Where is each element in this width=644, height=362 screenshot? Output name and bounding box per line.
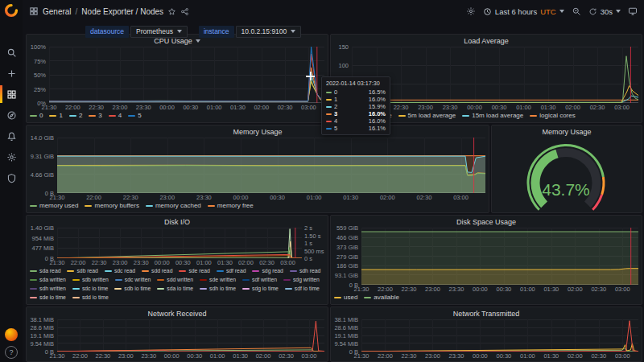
dashboard-settings-button[interactable] (466, 6, 476, 16)
legend-item[interactable]: sdd io time (72, 294, 109, 302)
cycle-view-button[interactable] (628, 6, 638, 16)
legend-item[interactable]: 0 (30, 112, 43, 120)
legend-item[interactable]: 4 (109, 112, 122, 120)
datasource-select[interactable]: Prometheus (130, 26, 188, 38)
legend-item[interactable]: sdg written (283, 276, 320, 284)
legend-item[interactable]: sdd read (142, 267, 172, 275)
y-tick-label: 1.40 GiB (31, 224, 54, 232)
legend-item[interactable]: sdc read (105, 267, 135, 275)
panel-header[interactable]: Network Received (27, 307, 328, 319)
panel-header[interactable]: Disk Space Usage (331, 216, 642, 228)
legend-item[interactable]: sdh io time (200, 285, 236, 293)
legend-series-color (30, 270, 37, 272)
panel-title[interactable]: Network Transmitted (453, 310, 520, 318)
legend-item[interactable]: memory cached (146, 202, 201, 210)
legend-item[interactable]: available (364, 294, 399, 302)
legend-item[interactable]: sdf written (242, 276, 277, 284)
legend-item[interactable]: sdf io time (285, 285, 320, 293)
panel-title[interactable]: Load Average (464, 37, 508, 45)
plot-area[interactable] (361, 228, 638, 285)
share-icon[interactable] (180, 7, 189, 16)
legend-item[interactable]: sda written (30, 276, 66, 284)
plot-area[interactable] (361, 319, 638, 352)
x-axis-labels: 21:3022:0022:3023:0023:3000:0000:3001:00… (57, 352, 324, 360)
panel-header[interactable]: Disk I/O (27, 216, 328, 228)
sidebar-item-explore[interactable] (0, 105, 23, 125)
instance-select[interactable]: 10.0.2.15:9100 (236, 26, 302, 38)
sidebar-item-configuration[interactable] (0, 146, 23, 167)
legend-item[interactable]: sda read (30, 267, 60, 275)
legend-item[interactable]: memory buffers (85, 202, 138, 210)
breadcrumb-folder[interactable]: General (43, 7, 72, 16)
legend-item[interactable]: sdb written (72, 276, 109, 284)
memory-usage-chart: 14.0 GiB9.31 GiB4.66 GiB0 B21:3022:0022:… (27, 138, 489, 212)
legend-item[interactable]: sde read (179, 267, 209, 275)
plot-area[interactable] (352, 47, 638, 103)
time-range-picker[interactable]: Last 6 hours UTC (483, 7, 564, 16)
legend-item[interactable]: memory used (30, 202, 78, 210)
help-icon[interactable]: ? (5, 346, 18, 359)
x-tick-label: 23:00 (113, 104, 128, 111)
legend-item[interactable]: sdc io time (72, 285, 108, 293)
legend-item[interactable]: memory free (208, 202, 254, 210)
panel-header[interactable]: Load Average (331, 35, 642, 47)
panel-title[interactable]: CPU Usage (154, 37, 192, 45)
legend-item[interactable]: sde io time (30, 294, 66, 302)
legend-item[interactable]: sdg io time (242, 285, 279, 293)
x-tick-label: 02:00 (568, 286, 583, 293)
panel-title[interactable]: Memory Usage (233, 128, 282, 136)
panel-title[interactable]: Memory Usage (542, 128, 591, 136)
tooltip-series-label: 1 (334, 96, 337, 103)
zoom-out-button[interactable] (572, 6, 581, 16)
panel-title[interactable]: Disk I/O (164, 218, 190, 226)
user-avatar[interactable] (5, 328, 18, 341)
sidebar-item-alerting[interactable] (0, 125, 23, 146)
panel-header[interactable]: Memory Usage (27, 125, 489, 138)
legend-series-color (67, 270, 74, 272)
refresh-picker[interactable]: 30s (588, 7, 621, 16)
legend-item[interactable]: 3 (89, 112, 101, 120)
gear-icon (466, 6, 476, 16)
legend-item[interactable]: sdh read (290, 267, 320, 275)
x-tick-label: 01:30 (541, 104, 556, 111)
legend-item[interactable]: sdd written (157, 276, 193, 284)
panel-memory-usage-graph: Memory Usage 14.0 GiB9.31 GiB4.66 GiB0 B… (26, 125, 489, 213)
legend-series-color (462, 115, 469, 117)
legend-item[interactable]: sdb io time (114, 285, 151, 293)
grafana-logo[interactable] (4, 3, 19, 18)
legend-series-name: sdb io time (124, 285, 151, 293)
sidebar-item-search[interactable] (0, 42, 23, 63)
legend-item[interactable]: 1 (49, 112, 62, 120)
panel-header[interactable]: Network Transmitted (331, 307, 642, 319)
legend-item[interactable]: sdb read (67, 267, 97, 275)
plot-area[interactable] (57, 138, 485, 193)
sidebar-item-dashboards[interactable] (0, 84, 23, 105)
legend-item[interactable]: logical cores (530, 112, 575, 120)
sidebar-item-create[interactable] (0, 63, 23, 84)
legend-item[interactable]: 2 (69, 112, 82, 120)
legend-item[interactable]: sdh written (30, 285, 66, 293)
legend-item[interactable]: sde written (200, 276, 236, 284)
x-tick-label: 22:00 (86, 194, 101, 201)
plot-area[interactable] (57, 319, 324, 352)
legend-item[interactable]: sda io time (157, 285, 193, 293)
legend-item[interactable]: 15m load average (462, 112, 523, 120)
breadcrumb-title[interactable]: Node Exporter / Nodes (81, 7, 163, 16)
chevron-down-icon (291, 30, 295, 33)
legend-item[interactable]: sdg read (252, 267, 283, 275)
sidebar-item-server-admin[interactable] (0, 167, 23, 188)
plot-area[interactable] (57, 228, 302, 258)
panel-title[interactable]: Disk Space Usage (456, 218, 516, 226)
legend-item[interactable]: sdf read (217, 267, 246, 275)
panel-header[interactable]: Memory Usage (492, 125, 642, 138)
panel-title[interactable]: Network Received (147, 310, 206, 318)
legend-item[interactable]: used (334, 294, 357, 302)
star-icon[interactable] (167, 7, 176, 16)
legend-item[interactable]: 5m load average (398, 112, 456, 120)
legend-item[interactable]: 5 (128, 112, 141, 120)
datasource-value: Prometheus (136, 27, 173, 35)
plot-area[interactable] (49, 47, 324, 103)
legend-item[interactable]: sdc written (115, 276, 151, 284)
panel-menu-caret-icon (196, 39, 200, 43)
shield-icon (6, 173, 17, 183)
